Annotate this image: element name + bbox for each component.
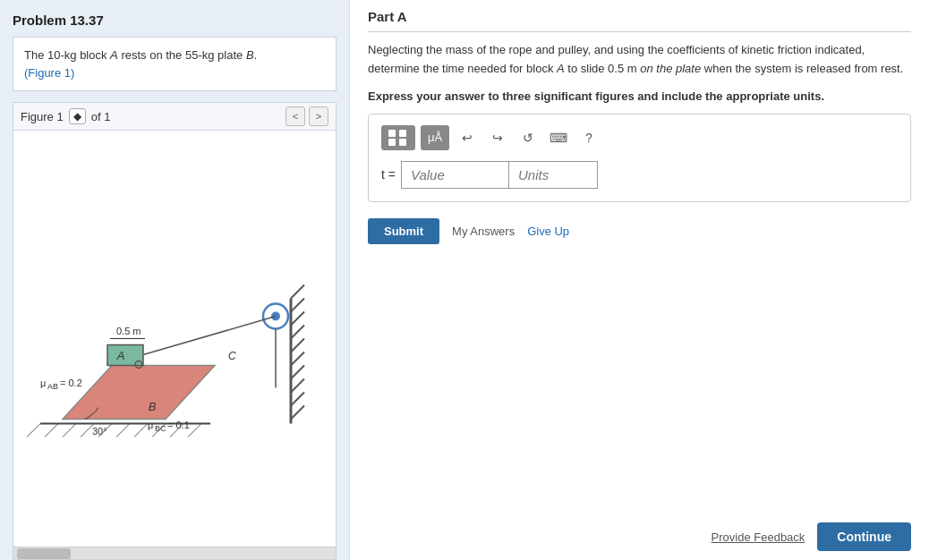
figure-select[interactable]: ◆: [69, 108, 86, 124]
block-a-italic: A: [110, 48, 118, 62]
scrollbar-thumb[interactable]: [17, 548, 71, 559]
keyboard-button[interactable]: ⌨: [546, 125, 571, 150]
svg-marker-14: [107, 345, 143, 366]
figure-label: Figure 1: [21, 110, 64, 123]
figure-svg: A B: [13, 131, 336, 547]
svg-line-25: [116, 424, 130, 437]
svg-line-6: [291, 352, 304, 366]
svg-line-9: [291, 393, 304, 406]
my-answers-link[interactable]: My Answers: [452, 225, 515, 238]
svg-line-8: [291, 379, 304, 393]
toolbar: μÅ ↩ ↪ ↺ ⌨ ?: [381, 125, 898, 150]
figure-drawing: A B: [13, 131, 336, 547]
svg-text:μ: μ: [40, 378, 46, 388]
matrix-button[interactable]: [381, 125, 415, 150]
svg-text:30°: 30°: [92, 426, 107, 437]
provide-feedback-link[interactable]: Provide Feedback: [712, 530, 805, 544]
select-arrow-icon: ◆: [73, 110, 81, 123]
svg-text:C: C: [228, 350, 236, 362]
on-plate-italic: on the plate: [640, 62, 701, 75]
figure-header: Figure 1 ◆ of 1 < >: [13, 103, 336, 131]
svg-line-26: [134, 424, 148, 437]
svg-line-1: [291, 285, 304, 299]
svg-text:A: A: [116, 349, 125, 362]
problem-description: The 10-kg block A rests on the 55-kg pla…: [13, 37, 337, 91]
svg-text:= 0.2: = 0.2: [60, 378, 82, 388]
answer-box: μÅ ↩ ↪ ↺ ⌨ ? t =: [368, 114, 911, 202]
svg-line-22: [63, 424, 76, 437]
refresh-button[interactable]: ↺: [516, 125, 541, 150]
svg-line-5: [291, 339, 304, 352]
svg-text:B: B: [149, 400, 157, 413]
matrix-cell-1: [388, 130, 396, 137]
give-up-link[interactable]: Give Up: [527, 225, 569, 238]
problem-text3: when the system is released from rest.: [701, 62, 903, 75]
units-input[interactable]: [508, 161, 598, 189]
continue-button[interactable]: Continue: [817, 522, 911, 551]
right-panel: Part A Neglecting the mass of the rope a…: [349, 0, 929, 560]
input-row: t =: [381, 161, 898, 189]
problem-text2: to slide 0.5 m: [565, 62, 641, 75]
left-panel: Problem 13.37 The 10-kg block A rests on…: [0, 0, 349, 560]
block-a-ref: A: [557, 62, 565, 75]
svg-line-17: [143, 317, 276, 355]
express-text: Express your answer to three significant…: [368, 89, 911, 103]
prev-figure-button[interactable]: <: [286, 106, 305, 126]
svg-text:= 0.1: = 0.1: [167, 420, 190, 430]
svg-text:μ: μ: [148, 420, 153, 430]
svg-text:0.5 m: 0.5 m: [116, 326, 141, 336]
value-input[interactable]: [401, 161, 508, 189]
svg-line-3: [291, 312, 304, 326]
figure-link[interactable]: (Figure 1): [24, 66, 74, 80]
svg-text:BC: BC: [155, 424, 166, 433]
plate-b-italic: B: [246, 48, 254, 62]
t-label: t =: [381, 167, 396, 182]
svg-text:AB: AB: [47, 382, 58, 391]
svg-line-7: [291, 366, 304, 379]
matrix-cell-3: [388, 139, 396, 146]
footer-row: Provide Feedback Continue: [368, 513, 911, 551]
desc-text3: .: [254, 48, 258, 62]
bottom-scrollbar[interactable]: [13, 547, 336, 559]
svg-line-4: [291, 326, 304, 339]
figure-container: Figure 1 ◆ of 1 < >: [13, 102, 337, 560]
undo-button[interactable]: ↩: [455, 125, 480, 150]
matrix-grid-icon: [388, 130, 408, 146]
next-figure-button[interactable]: >: [309, 106, 328, 126]
figure-nav: < >: [286, 106, 328, 126]
svg-line-2: [291, 299, 304, 312]
matrix-cell-4: [399, 139, 406, 146]
desc-text1: The 10-kg block: [24, 48, 110, 62]
help-button[interactable]: ?: [576, 125, 601, 150]
submit-button[interactable]: Submit: [368, 218, 439, 244]
redo-button[interactable]: ↪: [485, 125, 510, 150]
svg-marker-13: [63, 366, 215, 420]
desc-text2: rests on the 55-kg plate: [118, 48, 246, 62]
part-title: Part A: [368, 9, 911, 32]
figure-of: of 1: [91, 110, 111, 123]
problem-title: Problem 13.37: [13, 13, 337, 28]
svg-line-20: [27, 424, 40, 437]
part-a-problem-text: Neglecting the mass of the rope and pull…: [368, 41, 911, 79]
svg-line-29: [188, 424, 201, 437]
mu-alpha-button[interactable]: μÅ: [421, 125, 449, 150]
submit-row: Submit My Answers Give Up: [368, 218, 911, 244]
matrix-cell-2: [399, 130, 406, 137]
svg-line-10: [291, 406, 304, 420]
svg-line-21: [45, 424, 58, 437]
